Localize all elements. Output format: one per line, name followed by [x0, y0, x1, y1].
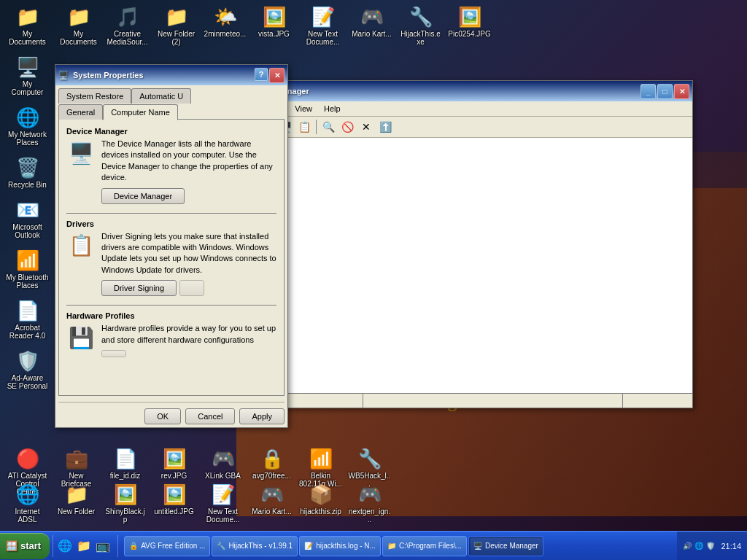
system-properties-icon: 🖥️: [58, 71, 69, 80]
bluetooth-icon: 📶: [16, 249, 39, 272]
driver-signing-button[interactable]: Driver Signing: [101, 280, 177, 296]
desktop-icon-1[interactable]: 🎵 Creative MediaSour...: [104, 4, 151, 48]
desktop-icon-bluetooth[interactable]: 📶 My Bluetooth Places: [4, 247, 51, 292]
section-divider-1: [66, 213, 276, 214]
desktop-icon-5[interactable]: 📝 New Text Docume...: [299, 4, 347, 48]
desktop-icon-my-network[interactable]: 🌐 My Network Places: [4, 104, 51, 149]
taskbar-item-log-label: hijackthis.log - N...: [316, 542, 376, 550]
device-manager-section: 🖥️ The Device Manager lists all the hard…: [66, 139, 276, 204]
desktop-icon-label: Recycle Bin: [8, 181, 47, 189]
desktop-icon-acrobat[interactable]: 📄 Acrobat Reader 4.0: [4, 298, 51, 342]
tab-system-restore[interactable]: System Restore: [58, 88, 131, 104]
update-button[interactable]: ⬆️: [376, 118, 394, 136]
desktop: THE LEGEND OF Zelda Twilight Princess 📁 …: [0, 0, 747, 560]
hardware-profiles-section: 💾 Hardware profiles provide a way for yo…: [66, 323, 276, 357]
apply-button[interactable]: Apply: [239, 408, 285, 424]
adaware-icon: 🛡️: [16, 350, 39, 373]
disable-button[interactable]: 🚫: [338, 118, 356, 136]
menu-help[interactable]: Help: [318, 103, 347, 114]
device-manager-content[interactable]: [231, 138, 692, 393]
desktop-icon-my-computer[interactable]: 🖥️ My Computer: [4, 54, 51, 98]
device-manager-button[interactable]: Device Manager: [101, 188, 185, 204]
taskbar-item-hijackthis[interactable]: 🔧 HijackThis - v1.99.1: [212, 536, 298, 556]
help-button[interactable]: ?: [255, 68, 268, 81]
tab-computer-name[interactable]: Computer Name: [103, 104, 178, 120]
device-manager-menubar: File Action View Help: [231, 101, 692, 117]
close-button[interactable]: ✕: [269, 68, 285, 83]
system-properties-window: 🖥️ System Properties ? ✕ System Restore …: [55, 64, 288, 428]
taskbar-item-explorer[interactable]: 📁 C:\Program Files\...: [382, 536, 467, 556]
desktop-icon-adaware[interactable]: 🛡️ Ad-Aware SE Personal: [4, 348, 51, 392]
taskbar-item-explorer-icon: 📁: [387, 542, 396, 550]
taskbar-item-avg[interactable]: 🔒 AVG Free Edition ...: [124, 536, 210, 556]
tab-general[interactable]: General: [58, 104, 103, 120]
desktop-icon-mariokart[interactable]: 🎮 Mario Kart...: [248, 481, 295, 526]
desktop-icon-4[interactable]: 🖼️ vista.JPG: [250, 4, 298, 48]
desktop-icons-bottom2: 🌐 Internet ADSL 📁 New Folder 🖼️ ShinyBla…: [0, 478, 397, 529]
drivers-header: Drivers: [66, 219, 276, 228]
close-button[interactable]: ✕: [674, 84, 689, 99]
desktop-icon-shiny[interactable]: 🖼️ ShinyBlack.jp: [101, 481, 149, 526]
desktop-icon-internet[interactable]: 🌐 Internet ADSL: [4, 481, 51, 526]
taskbar-item-log-icon: 📝: [304, 542, 313, 550]
uninstall-button[interactable]: ✕: [357, 118, 375, 136]
menu-view[interactable]: View: [289, 103, 318, 114]
properties-button[interactable]: 📋: [295, 118, 313, 136]
desktop-icon-2[interactable]: 📁 New Folder (2): [152, 4, 200, 48]
ok-button[interactable]: OK: [144, 408, 181, 424]
taskbar-divider-2: [117, 535, 118, 557]
system-properties-buttons: OK Cancel Apply: [58, 402, 285, 424]
acrobat-icon: 📄: [16, 300, 39, 322]
desktop-icon-untitled[interactable]: 🖼️ untitled.JPG: [150, 481, 198, 526]
taskbar-item-log[interactable]: 📝 hijackthis.log - N...: [299, 536, 381, 556]
taskbar-item-hijackthis-icon: 🔧: [217, 542, 225, 550]
desktop-icon-my-documents[interactable]: 📁 My Documents: [4, 4, 51, 48]
desktop-icon-outlook[interactable]: 📧 Microsoft Outlook: [4, 197, 51, 241]
network-icon: 🌐: [16, 106, 39, 129]
taskbar-item-avg-label: AVG Free Edition ...: [141, 542, 205, 550]
maximize-button[interactable]: □: [657, 84, 673, 99]
tray-icon-shield[interactable]: 🛡️: [706, 542, 715, 550]
windows-update-button[interactable]: [179, 280, 204, 296]
desktop-icon-3[interactable]: 🌤️ 2minmeteo...: [201, 4, 249, 48]
tab-automatic-updates[interactable]: Automatic U: [131, 88, 191, 104]
desktop-icon-label: Ad-Aware SE Personal: [6, 374, 49, 390]
desktop-icon-hijackzip[interactable]: 📦 hijackthis.zip: [297, 481, 344, 526]
hardware-profiles-button[interactable]: [101, 350, 126, 357]
hardware-profiles-icon: 💾: [66, 323, 96, 352]
desktop-icon-label: My Network Places: [6, 131, 49, 147]
desktop-icon-label: My Bluetooth Places: [6, 273, 49, 289]
device-manager-text: The Device Manager lists all the hardwar…: [101, 139, 276, 184]
device-manager-controls: _ □ ✕: [640, 84, 689, 99]
minimize-button[interactable]: _: [640, 84, 656, 99]
desktop-icon-8[interactable]: 🖼️ Pic0254.JPG: [446, 4, 493, 48]
desktop-icon-nextgen[interactable]: 🎮 nextgen_ign...: [346, 481, 393, 526]
scan-button[interactable]: 🔍: [320, 118, 337, 136]
device-manager-status-bar: [231, 393, 692, 408]
ie-quick-launch[interactable]: 🌐: [56, 537, 74, 555]
system-properties-titlebar[interactable]: 🖥️ System Properties ? ✕: [55, 65, 287, 85]
desktop-icon-recycle-bin[interactable]: 🗑️ Recycle Bin: [4, 155, 51, 191]
tray-icon-network[interactable]: 🌐: [694, 542, 703, 550]
taskbar-item-devmgr-label: Device Manager: [485, 542, 538, 550]
media-quick-launch[interactable]: 📺: [94, 537, 112, 555]
desktop-icon-6[interactable]: 🎮 Mario Kart...: [348, 4, 395, 48]
hardware-profiles-header: Hardware Profiles: [66, 311, 276, 320]
status-pane-2: [363, 394, 623, 408]
status-pane-3: [623, 394, 692, 408]
device-manager-titlebar[interactable]: 🖥️ Device Manager _ □ ✕: [231, 81, 692, 101]
taskbar-clock: 21:14: [721, 542, 741, 551]
start-button[interactable]: 🪟 start: [0, 533, 50, 559]
desktop-icon-0[interactable]: 📁 My Documents: [55, 4, 102, 48]
taskbar-item-devmgr[interactable]: 🖥️ Device Manager: [468, 536, 543, 556]
desktop-icon-newtext[interactable]: 📝 New Text Docume...: [199, 481, 247, 526]
desktop-icon-label: My Documents: [6, 30, 49, 46]
cancel-button[interactable]: Cancel: [185, 408, 235, 424]
tray-icon-volume[interactable]: 🔊: [683, 542, 692, 550]
explorer-quick-launch[interactable]: 📁: [75, 537, 93, 555]
desktop-icon-newfolder[interactable]: 📁 New Folder: [53, 481, 100, 526]
desktop-icon-7[interactable]: 🔧 HijackThis.exe: [397, 4, 444, 48]
system-tray: 🔊 🌐 🛡️ 21:14: [677, 532, 747, 560]
desktop-icon-label: Microsoft Outlook: [6, 223, 49, 239]
toolbar-separator-2: [316, 120, 317, 134]
